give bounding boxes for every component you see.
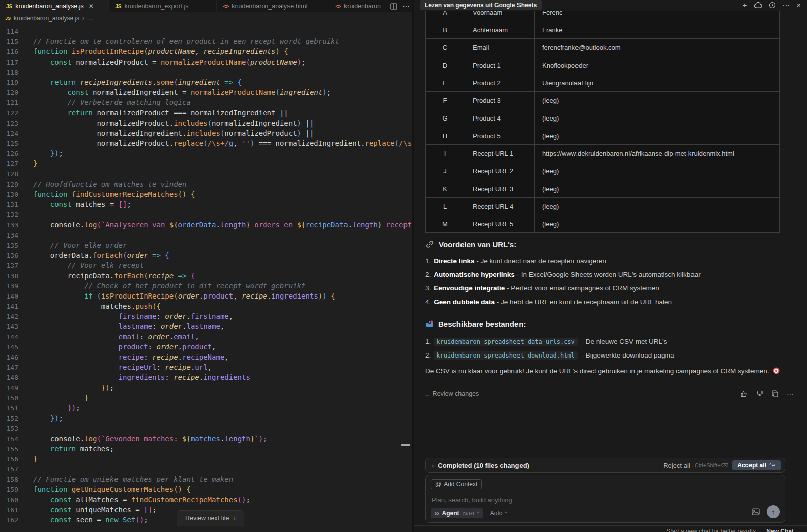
progress-status-chip[interactable]: Lezen van gegevens uit Google Sheets — [420, 0, 542, 10]
chat-input-placeholder[interactable]: Plan, search, build anything — [432, 496, 512, 504]
code-line: 127} — [0, 158, 413, 168]
sheet-cell: Product 1 — [465, 56, 535, 74]
accept-all-button[interactable]: Accept all ^↵ — [732, 460, 781, 470]
more-icon[interactable]: ⋯ — [782, 1, 790, 9]
line-number: 142 — [0, 312, 18, 322]
line-number: 126 — [0, 149, 18, 159]
js-file-icon: JS — [115, 4, 121, 9]
code-line: 154 console.log(`Gevonden matches: ${mat… — [0, 434, 413, 444]
accept-all-shortcut: ^↵ — [769, 463, 776, 468]
line-number: 120 — [0, 88, 18, 98]
breadcrumb-more[interactable]: ... — [87, 15, 92, 22]
sheet-row: JRecept URL 2(leeg) — [426, 162, 780, 180]
code-line: 153 — [0, 423, 413, 433]
sheet-row: BAchternaamFranke — [426, 21, 780, 39]
list-item: 2.kruidenbaron_spreadsheet_download.html… — [425, 351, 792, 365]
editor-scrollbar-handle[interactable] — [401, 444, 410, 446]
code-line: 124 normalizedIngredient.includes(normal… — [0, 128, 413, 138]
line-number: 151 — [0, 403, 18, 413]
breadcrumb[interactable]: JS kruidenbaron_analyse.js › ... — [5, 12, 92, 24]
benefits-heading: Voordelen van URL's: — [425, 240, 516, 249]
code-line: 122 return normalizedProduct === normali… — [0, 108, 413, 118]
sheet-cell: M — [426, 215, 465, 232]
code-line: 134 — [0, 230, 413, 240]
history-icon[interactable] — [769, 2, 776, 9]
close-tab-icon[interactable]: ✕ — [89, 3, 94, 10]
sheet-row: CEmailferencfranke@outlook.com — [426, 39, 780, 56]
closing-paragraph: De CSV is nu klaar voor gebruik! Je kunt… — [425, 367, 794, 375]
code-editor[interactable]: 114115// Functie om te controleren of ee… — [0, 26, 413, 525]
attach-image-icon[interactable] — [752, 508, 760, 515]
code-line: 158// Functie om unieke matches per klan… — [0, 474, 413, 484]
tab-kruidenbaron-analyse-js[interactable]: JS kruidenbaron_analyse.js ✕ — [0, 0, 109, 12]
editor-group-actions: ⋯ — [390, 0, 410, 12]
line-number: 158 — [0, 475, 18, 485]
code-line: 155 return matches; — [0, 444, 413, 454]
breadcrumb-file[interactable]: kruidenbaron_analyse.js — [14, 15, 79, 22]
chat-panel: AVoornaamFerencBAchternaamFrankeCEmailfe… — [414, 0, 807, 532]
line-number: 115 — [0, 37, 18, 47]
agent-mode-picker[interactable]: ∞ Agent Ctrl+I ^ — [431, 508, 483, 518]
code-line: 138 recipeData.forEach(recipe => { — [0, 271, 413, 281]
code-line: 130function findCustomerRecipeMatches() … — [0, 189, 413, 199]
sheet-cell: (leeg) — [535, 180, 780, 197]
spreadsheet-table: AVoornaamFerencBAchternaamFrankeCEmailfe… — [425, 3, 780, 233]
close-panel-icon[interactable]: × — [796, 1, 801, 9]
more-actions-icon[interactable]: ⋯ — [402, 2, 410, 10]
code-line: 118 — [0, 67, 413, 77]
editor-group: JS kruidenbaron_analyse.js ✕ JS kruidenb… — [0, 0, 413, 532]
review-changes-link[interactable]: Review changes — [433, 390, 479, 397]
breadcrumb-separator-icon: › — [82, 15, 84, 22]
tab-kruidenbaron-export-js[interactable]: JS kruidenbaron_export.js — [109, 0, 217, 12]
sheet-cell: Recept URL 1 — [465, 145, 535, 162]
line-number: 161 — [0, 505, 18, 515]
chevron-expand-icon[interactable]: › — [432, 462, 434, 469]
sheet-cell: https://www.dekruidenbaron.nl/afrikaanse… — [535, 145, 780, 162]
copy-icon[interactable] — [772, 390, 778, 397]
code-line: 116function isProductInRecipe(productNam… — [0, 46, 413, 56]
model-picker[interactable]: Auto ^ — [490, 510, 507, 517]
code-line: 150 } — [0, 393, 413, 403]
line-number: 117 — [0, 57, 18, 68]
sheet-row: LRecept URL 4(leeg) — [426, 198, 780, 215]
sheet-cell: (leeg) — [535, 127, 780, 144]
benefits-list: 1.Directe links - Je kunt direct naar de… — [425, 257, 792, 312]
chat-input-box[interactable]: @ Add Context Plan, search, build anythi… — [425, 475, 785, 523]
code-line: 157 — [0, 464, 413, 474]
line-number: 121 — [0, 98, 18, 108]
send-button[interactable]: ↑ — [767, 505, 780, 518]
sheet-cell: J — [426, 162, 465, 180]
review-next-file-button[interactable]: Review next file › — [177, 510, 244, 526]
accept-all-label: Accept all — [737, 462, 766, 469]
tab-kruidenbaron-analyse-html[interactable]: <> kruidenbaron_analyse.html — [217, 0, 329, 12]
split-editor-icon[interactable] — [390, 3, 397, 10]
code-line: 120 const normalizedIngredient = normali… — [0, 87, 413, 97]
sheet-cell: B — [426, 21, 465, 38]
sheet-row: HProduct 5(leeg) — [426, 127, 780, 145]
reject-all-button[interactable]: Reject all — [663, 462, 690, 469]
cloud-icon[interactable] — [754, 2, 762, 8]
line-number: 139 — [0, 281, 18, 291]
line-number: 144 — [0, 332, 18, 342]
add-context-button[interactable]: @ Add Context — [431, 479, 482, 489]
sheet-cell: H — [426, 127, 465, 144]
sheet-cell: (leeg) — [535, 215, 780, 232]
review-next-file-label: Review next file — [185, 515, 229, 522]
line-number: 119 — [0, 78, 18, 88]
new-chat-icon[interactable]: + — [742, 1, 747, 9]
code-line: 129// Hoofdfunctie om matches te vinden — [0, 179, 413, 189]
line-number: 155 — [0, 444, 18, 454]
thumbs-down-icon[interactable] — [756, 390, 763, 397]
code-line: 160 const allMatches = findCustomerRecip… — [0, 495, 413, 505]
line-number: 148 — [0, 373, 18, 383]
new-chat-button[interactable]: New Chat — [766, 528, 794, 532]
agent-label: Agent — [442, 510, 459, 517]
more-icon[interactable]: ⋯ — [787, 390, 794, 398]
sheet-cell: Knoflookpoeder — [535, 56, 780, 74]
thumbs-up-icon[interactable] — [740, 390, 747, 397]
sheet-cell: I — [426, 145, 465, 162]
completed-label: Completed (10 files changed) — [438, 462, 529, 469]
sheet-row: EProduct 2Uiengranulaat fijn — [426, 74, 780, 92]
line-number: 145 — [0, 342, 18, 352]
tab-label: kruidenbaron_analyse.html — [232, 3, 307, 10]
